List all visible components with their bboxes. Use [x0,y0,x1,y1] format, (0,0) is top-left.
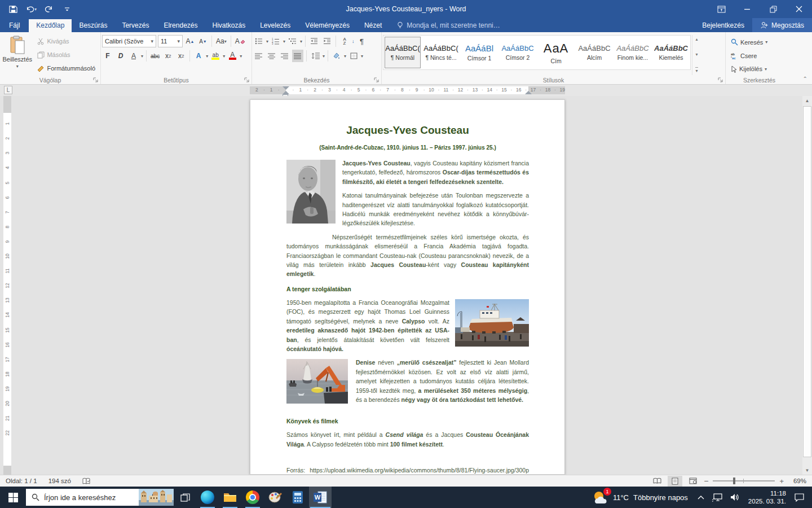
share-button[interactable]: Megosztás [752,18,812,32]
diving-saucer-photo[interactable] [286,359,348,404]
horizontal-ruler[interactable]: 2112345678910111213141516171819·········… [250,86,565,94]
paste-button[interactable]: Beillesztés ▾ [1,34,33,76]
taskbar-weather[interactable]: 1 11°C Többnyire napos [586,490,694,505]
zoom-in-button[interactable]: + [779,477,784,485]
taskbar-clock[interactable]: 11:18 2025. 03. 31. [744,489,791,505]
font-size-combo[interactable]: 11▾ [158,35,183,47]
bullet-list-button[interactable] [253,35,264,47]
page-indicator[interactable]: Oldal: 1 / 1 [0,478,43,484]
number-dropdown-icon[interactable]: ▾ [283,39,285,44]
first-line-indent-marker[interactable] [283,86,289,90]
style-subtle-emphasis[interactable]: AaÁáBbCFinom kie... [615,37,651,68]
tab-file[interactable]: Fájl [0,19,29,32]
format-painter-button[interactable]: Formátummásoló [36,62,97,75]
copy-button[interactable]: Másolás [36,49,97,61]
highlight-button[interactable]: ab [210,50,221,62]
tab-velemenyezes[interactable]: Véleményezés [298,19,357,32]
subscript-button[interactable]: x2 [162,50,174,62]
read-mode-button[interactable] [650,476,664,487]
minimize-button[interactable] [734,0,760,18]
bold-button[interactable]: F [102,50,113,62]
taskbar-word-button[interactable]: W [309,487,332,508]
cousteau-portrait-photo[interactable] [286,160,336,224]
dialog-launcher-icon[interactable] [244,77,250,84]
zoom-slider-track[interactable] [713,480,775,481]
strikethrough-button[interactable]: abc [149,50,161,62]
taskbar-paint-button[interactable] [264,487,286,508]
zoom-out-button[interactable]: − [704,476,708,485]
font-color-button[interactable]: A [227,50,238,62]
show-paragraph-marks-button[interactable]: ¶ [356,35,368,47]
network-icon[interactable] [708,487,726,508]
line-spacing-dropdown-icon[interactable]: ▾ [323,54,325,59]
font-color-dropdown-icon[interactable]: ▾ [240,54,242,59]
tab-kezdolap[interactable]: Kezdőlap [29,19,72,32]
font-family-combo[interactable]: Calibri (Szöve▾ [102,35,156,47]
dialog-launcher-icon[interactable] [374,77,380,84]
style-no-spacing[interactable]: AaÁáBbC(¶ Nincs té... [423,37,459,68]
bullet-dropdown-icon[interactable]: ▾ [266,39,268,44]
select-button[interactable]: Kijelölés▾ [729,63,769,75]
taskbar-search-box[interactable]: Írjon ide a kereséshez [26,489,174,506]
tab-nezet[interactable]: Nézet [357,19,389,32]
tab-elrendezes[interactable]: Elrendezés [156,19,205,32]
style-normal[interactable]: AaÁáBbC(¶ Normál [385,37,421,68]
number-list-button[interactable]: 123 [270,35,281,47]
calypso-ship-photo[interactable] [455,299,529,347]
align-center-button[interactable] [266,50,277,62]
style-subtitle[interactable]: AaÁáBbCAlcím [576,37,612,68]
action-center-icon[interactable] [791,487,812,508]
search-highlight-image[interactable] [139,489,174,506]
cut-button[interactable]: Kivágás [36,35,97,47]
multilevel-dropdown-icon[interactable]: ▾ [300,39,302,44]
borders-dropdown-icon[interactable]: ▾ [361,54,363,59]
grow-font-button[interactable]: A▲ [184,35,196,47]
gallery-more-icon[interactable]: ▾ [695,67,698,73]
styles-gallery-scroll[interactable]: ▴ ▾ ▾ [692,35,701,75]
shading-dropdown-icon[interactable]: ▾ [344,54,346,59]
volume-icon[interactable] [726,487,744,508]
zoom-slider-thumb[interactable] [733,478,735,484]
style-heading2[interactable]: AaÁáBbCCímsor 2 [500,37,536,68]
multilevel-list-button[interactable] [287,35,298,47]
underline-dropdown-icon[interactable]: ▾ [141,54,143,59]
shading-button[interactable] [331,50,342,62]
find-button[interactable]: Keresés▾ [729,36,769,49]
ribbon-display-options-icon[interactable] [708,0,734,18]
print-layout-button[interactable] [668,476,682,487]
taskbar-chrome-button[interactable] [241,487,264,508]
document-page[interactable]: Jacques-Yves Cousteau (Saint-André-de-Cu… [250,99,565,475]
tab-hivatkozas[interactable]: Hivatkozás [205,19,253,32]
line-spacing-button[interactable] [310,50,321,62]
text-effects-dropdown-icon[interactable]: ▾ [206,54,208,59]
tell-me-box[interactable]: Mondja el, mit szeretne tenni… [397,21,500,32]
italic-button[interactable]: D [115,50,126,62]
scroll-down-icon[interactable]: ▼ [803,466,811,475]
gallery-up-icon[interactable]: ▴ [695,37,698,42]
replace-button[interactable]: abac Csere [729,50,769,62]
taskbar-explorer-button[interactable] [219,487,241,508]
text-effects-button[interactable]: A [193,50,204,62]
clear-formatting-button[interactable]: A [234,35,246,47]
gallery-down-icon[interactable]: ▾ [695,52,698,57]
web-layout-button[interactable] [686,476,700,487]
collapse-ribbon-icon[interactable]: ⌃ [803,76,807,82]
tab-beszuras[interactable]: Beszúrás [72,19,114,32]
highlight-dropdown-icon[interactable]: ▾ [223,54,225,59]
justify-button[interactable] [292,50,303,62]
vertical-scrollbar[interactable]: ▲ ▼ [802,96,812,475]
tab-levelezes[interactable]: Levelezés [253,19,298,32]
align-right-button[interactable] [279,50,290,62]
tray-chevron-icon[interactable] [694,487,708,508]
decrease-indent-button[interactable] [308,35,320,47]
increase-indent-button[interactable] [321,35,333,47]
scrollbar-thumb[interactable] [803,106,811,457]
shrink-font-button[interactable]: A▼ [197,35,209,47]
task-view-button[interactable] [174,487,196,508]
dialog-launcher-icon[interactable] [718,77,724,84]
underline-button[interactable]: A [128,50,139,62]
align-left-button[interactable] [253,50,264,62]
save-icon[interactable] [6,3,20,15]
paste-dropdown-icon[interactable]: ▾ [16,64,19,69]
customize-qat-icon[interactable] [60,3,74,15]
